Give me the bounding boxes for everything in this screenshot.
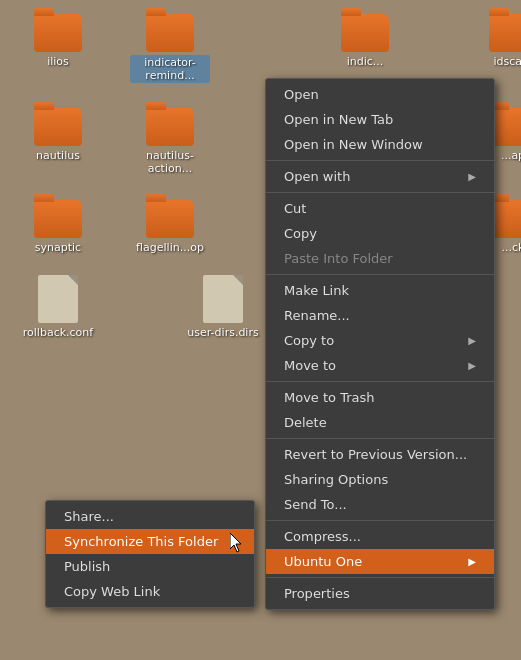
menu-separator xyxy=(266,160,494,161)
folder-label: synaptic xyxy=(35,241,81,254)
cursor-icon xyxy=(230,533,244,553)
menu-separator xyxy=(266,520,494,521)
folder-icon-shape xyxy=(341,14,389,52)
folder-indicator-remind[interactable]: indicator-remind... xyxy=(130,14,210,83)
menu-item-open-new-tab[interactable]: Open in New Tab xyxy=(266,107,494,132)
file-label: rollback.conf xyxy=(23,326,93,339)
main-context-menu: Open Open in New Tab Open in New Window … xyxy=(265,78,495,610)
menu-item-copy[interactable]: Copy xyxy=(266,221,494,246)
menu-item-properties[interactable]: Properties xyxy=(266,581,494,606)
folder-idsca[interactable]: idsca... xyxy=(473,14,521,68)
menu-separator xyxy=(266,192,494,193)
menu-item-ubuntu-one[interactable]: Ubuntu One ▶ xyxy=(266,549,494,574)
menu-separator xyxy=(266,577,494,578)
folder-icon-shape xyxy=(146,200,194,238)
menu-item-rename[interactable]: Rename... xyxy=(266,303,494,328)
menu-item-open-with[interactable]: Open with ▶ xyxy=(266,164,494,189)
menu-item-move-to-trash[interactable]: Move to Trash xyxy=(266,385,494,410)
folder-label: nautilus xyxy=(36,149,80,162)
file-label: user-dirs.dirs xyxy=(187,326,258,339)
desktop: ilios indicator-remind... indic... idsca… xyxy=(0,0,521,660)
folder-icon-shape xyxy=(146,108,194,146)
menu-separator xyxy=(266,274,494,275)
folder-icon-shape xyxy=(489,14,521,52)
menu-item-compress[interactable]: Compress... xyxy=(266,524,494,549)
folder-ilios[interactable]: ilios xyxy=(18,14,98,68)
menu-item-sharing-options[interactable]: Sharing Options xyxy=(266,467,494,492)
folder-icon-shape xyxy=(34,14,82,52)
file-rollback[interactable]: rollback.conf xyxy=(18,275,98,339)
sub-menu-item-publish[interactable]: Publish xyxy=(46,554,254,579)
submenu-arrow-icon: ▶ xyxy=(468,171,476,182)
menu-item-copy-to[interactable]: Copy to ▶ xyxy=(266,328,494,353)
folder-label: indicator-remind... xyxy=(130,55,210,83)
menu-item-send-to[interactable]: Send To... xyxy=(266,492,494,517)
folder-nautilus-action[interactable]: nautilus-action... xyxy=(130,108,210,175)
sub-menu-item-copy-web-link[interactable]: Copy Web Link xyxy=(46,579,254,604)
mouse-cursor xyxy=(230,533,244,553)
menu-item-open[interactable]: Open xyxy=(266,82,494,107)
folder-icon-shape xyxy=(34,200,82,238)
folder-label: flagellin...op xyxy=(136,241,204,254)
menu-item-open-new-window[interactable]: Open in New Window xyxy=(266,132,494,157)
submenu-arrow-icon: ▶ xyxy=(468,335,476,346)
folder-icon-shape xyxy=(146,14,194,52)
folder-label: idsca... xyxy=(493,55,521,68)
folder-label: ...ck xyxy=(502,241,521,254)
sub-menu-item-synchronize[interactable]: Synchronize This Folder xyxy=(46,529,254,554)
menu-item-delete[interactable]: Delete xyxy=(266,410,494,435)
folder-indic[interactable]: indic... xyxy=(325,14,405,68)
menu-separator xyxy=(266,438,494,439)
menu-item-make-link[interactable]: Make Link xyxy=(266,278,494,303)
folder-label: indic... xyxy=(347,55,384,68)
submenu-arrow-icon: ▶ xyxy=(468,556,476,567)
file-user-dirs[interactable]: user-dirs.dirs xyxy=(183,275,263,339)
folder-label: ilios xyxy=(47,55,69,68)
folder-icon-shape xyxy=(34,108,82,146)
menu-item-paste-into-folder[interactable]: Paste Into Folder xyxy=(266,246,494,271)
folder-label: ...ap xyxy=(501,149,521,162)
menu-item-cut[interactable]: Cut xyxy=(266,196,494,221)
submenu-arrow-icon: ▶ xyxy=(468,360,476,371)
menu-separator xyxy=(266,381,494,382)
sub-context-menu: Share... Synchronize This Folder Publish… xyxy=(45,500,255,608)
folder-synaptic[interactable]: synaptic xyxy=(18,200,98,254)
folder-nautilus[interactable]: nautilus xyxy=(18,108,98,162)
sub-menu-item-share[interactable]: Share... xyxy=(46,504,254,529)
menu-item-move-to[interactable]: Move to ▶ xyxy=(266,353,494,378)
folder-flagellin[interactable]: flagellin...op xyxy=(130,200,210,254)
folder-label: nautilus-action... xyxy=(130,149,210,175)
menu-item-revert[interactable]: Revert to Previous Version... xyxy=(266,442,494,467)
